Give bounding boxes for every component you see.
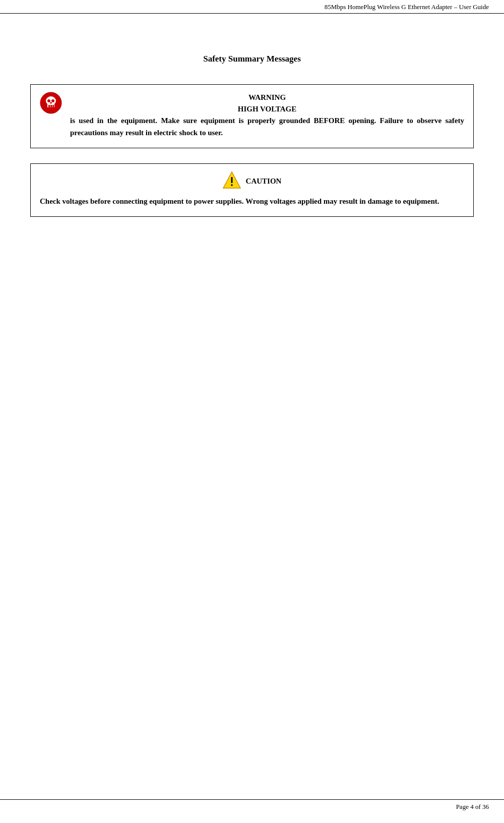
caution-triangle-icon: [223, 171, 241, 191]
caution-body: Check voltages before connecting equipme…: [40, 195, 464, 207]
warning-box: WARNING HIGH VOLTAGE is used in the equi…: [30, 84, 474, 148]
page-footer: Page 4 of 36: [0, 799, 504, 813]
warning-subtitle: HIGH VOLTAGE: [70, 103, 464, 115]
warning-label: WARNING: [70, 92, 464, 103]
svg-rect-4: [50, 105, 52, 107]
page-number: Page 4 of 36: [456, 803, 489, 810]
skull-icon: [40, 92, 62, 116]
svg-rect-10: [231, 177, 232, 183]
caution-label: CAUTION: [246, 177, 282, 186]
caution-box: CAUTION Check voltages before connecting…: [30, 163, 474, 217]
svg-point-11: [231, 184, 233, 186]
page-title: Safety Summary Messages: [30, 54, 474, 64]
svg-point-6: [47, 99, 50, 102]
svg-point-8: [50, 102, 52, 104]
svg-rect-5: [52, 105, 54, 107]
header-title: 85Mbps HomePlug Wireless G Ethernet Adap…: [325, 3, 489, 11]
warning-body: is used in the equipment. Make sure equi…: [70, 114, 464, 139]
svg-rect-3: [48, 105, 50, 107]
caution-header: CAUTION: [40, 171, 464, 191]
page-content: Safety Summary Messages: [0, 14, 504, 262]
page-header: 85Mbps HomePlug Wireless G Ethernet Adap…: [0, 0, 504, 14]
svg-point-7: [51, 99, 54, 102]
